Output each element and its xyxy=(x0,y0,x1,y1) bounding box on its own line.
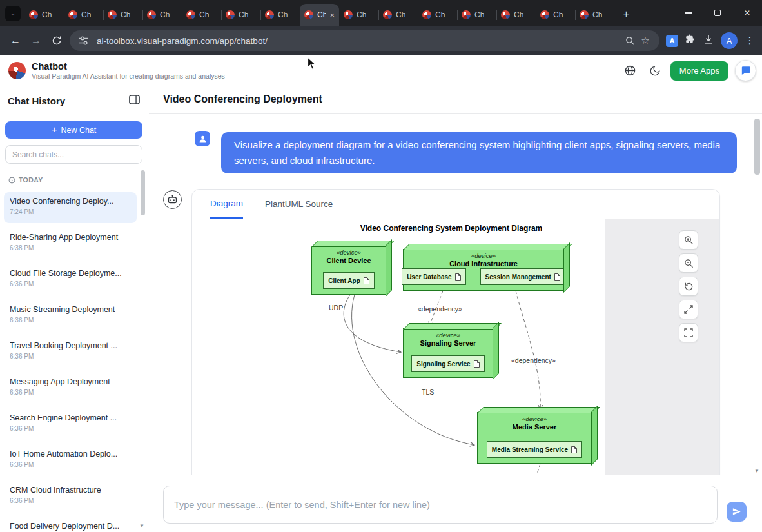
minimize-button[interactable] xyxy=(673,0,703,26)
chat-item-time: 6:36 PM xyxy=(10,353,131,360)
diagram-zoom-toolbar xyxy=(679,230,698,342)
profile-avatar[interactable]: A xyxy=(721,32,738,49)
search-chats-input[interactable] xyxy=(5,145,142,164)
browser-tab[interactable]: Ch xyxy=(339,4,378,26)
chat-history-item[interactable]: Music Streaming Deployment6:36 PM xyxy=(4,300,137,331)
browser-toolbar: ← → ai-toolbox.visual-paradigm.com/app/c… xyxy=(0,26,762,55)
back-button[interactable]: ← xyxy=(5,30,26,51)
close-button[interactable]: ✕ xyxy=(732,0,762,26)
uml-component-session-management[interactable]: Session Management xyxy=(480,268,565,285)
chat-history-item[interactable]: Food Delivery Deployment D... xyxy=(4,517,137,532)
chat-history-item[interactable]: Messaging App Deployment6:36 PM xyxy=(4,373,137,404)
new-chat-button[interactable]: + New Chat xyxy=(5,121,142,139)
tab-label: Ch xyxy=(474,10,484,19)
chat-history-item[interactable]: IoT Home Automation Deplo...6:36 PM xyxy=(4,445,137,476)
uml-component-user-database[interactable]: User Database xyxy=(402,268,465,285)
browser-tab[interactable]: Ch xyxy=(103,4,142,26)
zoom-in-button[interactable] xyxy=(679,230,698,250)
chat-item-time: 6:36 PM xyxy=(10,389,131,396)
app-title: Chatbot xyxy=(32,61,225,72)
tab-label: Ch xyxy=(514,10,523,19)
bookmark-star-icon[interactable]: ☆ xyxy=(638,33,653,48)
edge-label-dependency-2: «dependency» xyxy=(511,357,556,364)
more-apps-button[interactable]: More Apps xyxy=(670,61,728,81)
uml-node-media-server[interactable]: «device» Media Server Media Streaming Se… xyxy=(477,412,592,464)
new-tab-button[interactable]: + xyxy=(618,5,635,23)
tab-search-button[interactable]: ⌄ xyxy=(5,6,21,21)
edge-label-dependency-1: «dependency» xyxy=(418,305,462,313)
dark-mode-moon-icon[interactable] xyxy=(646,62,664,80)
reset-view-button[interactable] xyxy=(679,277,698,296)
zoom-page-icon[interactable] xyxy=(622,33,638,48)
extensions-puzzle-icon[interactable] xyxy=(685,34,696,48)
browser-tab[interactable]: Ch xyxy=(378,4,418,26)
uml-component-media-streaming-service[interactable]: Media Streaming Service xyxy=(487,441,582,458)
tab-plantuml-source[interactable]: PlantUML Source xyxy=(265,190,333,219)
uml-node-cloud-infrastructure[interactable]: «device» Cloud Infrastructure User Datab… xyxy=(403,249,564,291)
tab-close-icon[interactable]: × xyxy=(329,11,335,19)
chat-item-title: Food Delivery Deployment D... xyxy=(10,522,131,531)
sidebar-scrollbar-thumb[interactable] xyxy=(141,170,145,215)
browser-tab[interactable]: Ch xyxy=(142,4,182,26)
chat-item-title: Search Engine Deployment ... xyxy=(10,413,131,422)
chat-history-item[interactable]: Video Conferencing Deploy...7:24 PM xyxy=(4,192,137,223)
sidebar-scroll-down-arrow[interactable]: ▼ xyxy=(139,523,144,529)
chat-item-title: Music Streaming Deployment xyxy=(10,305,131,314)
browser-tab[interactable]: Ch xyxy=(418,4,457,26)
conversation-title: Video Conferencing Deployment xyxy=(163,94,322,105)
message-input[interactable] xyxy=(163,486,718,524)
browser-tab[interactable]: Ch xyxy=(536,4,575,26)
chat-history-item[interactable]: Ride-Sharing App Deployment6:38 PM xyxy=(4,228,137,259)
browser-tab[interactable]: Ch xyxy=(496,4,536,26)
tab-label: Ch xyxy=(435,10,445,19)
browser-tab[interactable]: Ch xyxy=(457,4,496,26)
chat-history-item[interactable]: Travel Booking Deployment ...6:36 PM xyxy=(4,337,137,368)
chat-history-item[interactable]: Search Engine Deployment ...6:36 PM xyxy=(4,409,137,440)
address-bar[interactable]: ai-toolbox.visual-paradigm.com/app/chatb… xyxy=(70,30,659,51)
uml-node-client-device[interactable]: «device» Client Device Client App xyxy=(311,246,386,295)
browser-tab[interactable]: Ch xyxy=(24,4,64,26)
response-card: Diagram PlantUML Source Video Conferenci… xyxy=(191,189,720,475)
site-settings-icon[interactable] xyxy=(76,33,92,48)
send-plane-icon xyxy=(732,507,741,517)
translate-icon[interactable]: A xyxy=(666,35,678,47)
chat-item-title: Cloud File Storage Deployme... xyxy=(10,269,131,278)
maximize-button[interactable] xyxy=(703,0,732,26)
reload-button[interactable] xyxy=(46,30,67,51)
browser-menu-icon[interactable]: ⋮ xyxy=(744,35,756,46)
chat-widget-button[interactable] xyxy=(735,60,756,81)
browser-tab[interactable]: Ch xyxy=(575,4,614,26)
chat-item-time: 7:24 PM xyxy=(10,208,131,215)
chat-item-time: 6:38 PM xyxy=(10,244,131,251)
tab-label: Ch xyxy=(317,10,326,19)
uml-component-signaling-service[interactable]: Signaling Service xyxy=(411,355,484,372)
chat-history-list: Video Conferencing Deploy...7:24 PMRide-… xyxy=(4,192,137,532)
visual-paradigm-favicon xyxy=(147,10,156,19)
uml-component-client-app[interactable]: Client App xyxy=(323,272,375,289)
browser-tab-active[interactable]: Ch× xyxy=(300,4,339,26)
tab-label: Ch xyxy=(553,10,563,19)
visual-paradigm-favicon xyxy=(344,10,353,19)
chat-history-item[interactable]: CRM Cloud Infrastructure6:36 PM xyxy=(4,481,137,512)
fit-to-screen-button[interactable] xyxy=(679,323,698,342)
send-button[interactable] xyxy=(727,502,747,522)
collapse-panel-icon[interactable] xyxy=(129,95,140,107)
forward-button[interactable]: → xyxy=(26,30,46,51)
diagram-viewer: Video Conferencing System Deployment Dia… xyxy=(192,219,719,475)
browser-tab[interactable]: Ch xyxy=(221,4,260,26)
chat-history-item[interactable]: Cloud File Storage Deployme...6:36 PM xyxy=(4,264,137,295)
uml-node-signaling-server[interactable]: «device» Signaling Server Signaling Serv… xyxy=(403,328,493,378)
main-scrollbar-thumb[interactable] xyxy=(754,119,760,175)
minimize-icon xyxy=(685,12,692,13)
fullscreen-button[interactable] xyxy=(679,300,698,319)
chat-item-time: 6:36 PM xyxy=(10,281,131,288)
downloads-icon[interactable] xyxy=(703,34,714,48)
zoom-out-button[interactable] xyxy=(679,253,698,273)
browser-tab[interactable]: Ch xyxy=(182,4,221,26)
tab-diagram[interactable]: Diagram xyxy=(210,190,243,219)
tab-label: Ch xyxy=(81,10,91,19)
browser-tab[interactable]: Ch xyxy=(64,4,103,26)
language-globe-icon[interactable] xyxy=(621,62,640,80)
browser-tab[interactable]: Ch xyxy=(260,4,300,26)
main-scroll-down-arrow[interactable]: ▼ xyxy=(754,468,759,474)
